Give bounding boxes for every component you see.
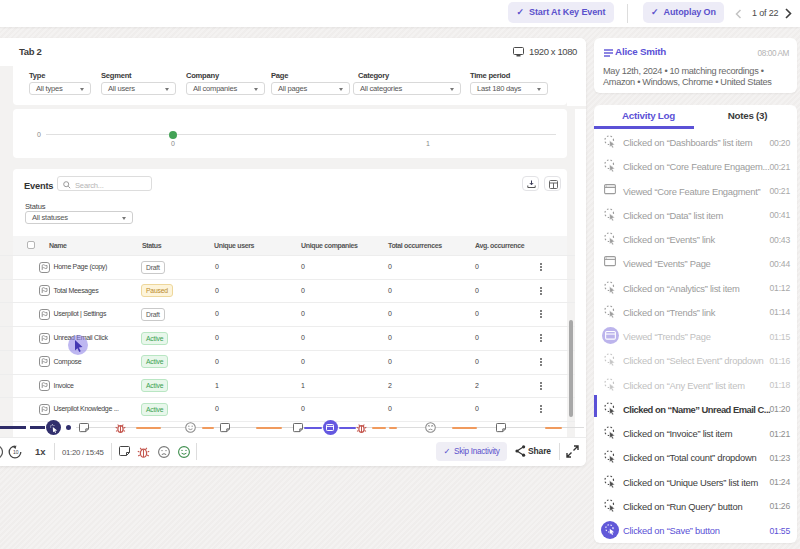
svg-text:10: 10: [13, 449, 19, 455]
